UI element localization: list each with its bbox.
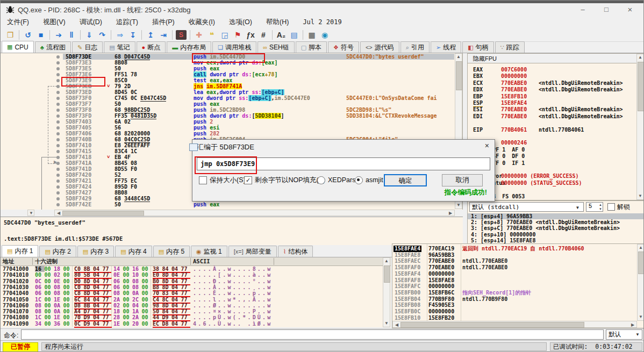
tab-threads[interactable]: ➢线程 (431, 41, 461, 53)
tab-seh[interactable]: ∞SEH链 (257, 41, 295, 53)
tab-symbols[interactable]: ❖符号 (328, 41, 359, 53)
disasm-row[interactable]: 5D8F73F750push eax (1, 101, 455, 107)
breakpoint-dot-icon[interactable] (56, 55, 60, 59)
modules-icon[interactable]: ▤ (288, 29, 300, 41)
tab-trace[interactable]: ∵跟踪 (495, 41, 525, 53)
stop-icon[interactable]: ■ (34, 29, 47, 41)
argument-row[interactable]: 5: [esp+14] 15E8FAE8 (468, 238, 644, 243)
disasm-row[interactable]: 5D8F740668 82020000push 282 (1, 131, 455, 137)
disasm-row[interactable]: 5D8F742E50push eax (1, 202, 455, 207)
menu-调试(D)[interactable]: 调试(D) (80, 18, 102, 27)
register-row[interactable] (468, 120, 636, 126)
argument-row[interactable]: 4: [esp+10] 00000000 (468, 232, 644, 238)
stack-hscrollbar[interactable]: ◀▶ (392, 321, 637, 328)
strings-icon[interactable]: A₂ (275, 29, 288, 41)
menu-视图(V)[interactable]: 视图(V) (43, 18, 66, 27)
pause-icon[interactable]: ‖ (65, 29, 78, 41)
menu-追踪(T)[interactable]: 追踪(T) (116, 18, 138, 27)
checkbox-checked-icon[interactable]: ✓ (244, 176, 252, 184)
dump-row[interactable]: 7704100016001800C08B04771400160038840477… (1, 266, 382, 272)
disasm-row[interactable]: 5D8F74036A 02push 2 (1, 119, 455, 125)
tab-cpu[interactable]: ▦CPU (2, 41, 34, 53)
register-row[interactable]: ESI770EABE0<ntdll.DbgUiRemoteBreakin> (468, 106, 636, 113)
tab-script[interactable]: ▢脚本 (296, 41, 327, 53)
stack-row[interactable]: 15E8FAF815E8FAE8 (392, 277, 637, 284)
tab-dump3[interactable]: ▤内存 3 (77, 246, 114, 257)
stack-row[interactable]: 15E8FAFC00000000 (392, 283, 637, 290)
menu-插件(P)[interactable]: 插件(P) (152, 18, 175, 27)
disasm-hscrollbar[interactable]: ◀▶ (54, 210, 455, 216)
disasm-row[interactable]: 5D8F73F0C745 0C E047C45Dmov dword ptr ss… (1, 95, 455, 101)
breakpoint-dot-icon[interactable] (56, 67, 60, 70)
command-mode-select[interactable]: 默认▼ (606, 329, 642, 340)
functions-icon[interactable]: ƒx (244, 29, 257, 41)
tab-locals[interactable]: [x=]局部变量 (228, 246, 277, 257)
step-into-icon[interactable]: ⇓ (83, 29, 96, 41)
arg-count-spinner[interactable]: 5▲▼ (586, 202, 603, 212)
register-row[interactable]: EBP15E8FB10 (468, 94, 636, 100)
register-row[interactable]: EDI770EABE0<ntdll.DbgUiRemoteBreakin> (468, 113, 636, 120)
disasm-row[interactable]: 5D8F73F868 98BDC25Dpush im.5DC2BD985DC2B… (1, 107, 455, 113)
disasm-row[interactable]: 5D8F740556push esi (1, 125, 455, 131)
memory-dump-panel[interactable]: 地址 十六进制 ASCII 7704100016001800C08B047714… (1, 257, 391, 327)
stack-row[interactable]: 15E8FB1015E8FB20 (392, 315, 637, 321)
tab-dump4[interactable]: ▤内存 4 (115, 246, 152, 257)
register-row[interactable]: EDX770EABE0<ntdll.DbgUiRemoteBreakin> (468, 87, 636, 93)
argument-row[interactable]: 2: [esp+8] 770EABE0 <ntdll.DbgUiRemoteBr… (468, 219, 644, 225)
step-over-icon[interactable]: ↷ (96, 29, 109, 41)
asmjit-radio[interactable]: asmjit (355, 175, 383, 185)
stack-row[interactable]: 15E8FB0C00000000 (392, 308, 637, 315)
register-row[interactable]: EBX00000000 (468, 73, 636, 80)
radio-icon[interactable] (317, 176, 325, 184)
dump-row[interactable]: 7704106008000A00D88B047702000400988D0477… (1, 303, 382, 308)
dump-row[interactable]: 7704107008000A00A4D7047718001A0050840477… (1, 308, 382, 314)
menu-收藏夹(I)[interactable]: 收藏夹(I) (189, 18, 215, 27)
menu-选项(O)[interactable]: 选项(O) (229, 18, 252, 27)
argument-row[interactable]: 1: [esp+4] 96A59BB3 (468, 213, 644, 219)
run-user-code-icon[interactable]: ↥ (144, 29, 157, 41)
stack-vscrollbar[interactable]: ▲▼ (637, 244, 644, 321)
tab-dump1[interactable]: ▤内存 1 (2, 245, 38, 257)
checkbox-icon[interactable] (199, 176, 207, 184)
scylla-icon[interactable]: S (176, 30, 187, 40)
command-input[interactable] (21, 329, 604, 340)
run-trace-icon[interactable]: ⇒ (113, 29, 126, 41)
disasm-row[interactable]: 5D8F73FDFF35 0481D35Dpush dword ptr ds:[… (1, 113, 455, 119)
tab-log[interactable]: ✎日志 (72, 41, 103, 53)
hash-icon[interactable]: # (257, 29, 270, 41)
stack-row[interactable]: 15E8FAF0770EABE0ntdll.770EABE0 (392, 264, 637, 271)
tab-breakpoints[interactable]: ●断点 (137, 41, 166, 53)
dump-row[interactable]: 77041090340036000CD904771E002000ECD80477… (1, 321, 382, 327)
tab-source[interactable]: <>源代码 (360, 41, 399, 53)
assemble-dialog[interactable]: 汇编于 5D8F73DE × jmp 0x5D8F73E9 保持大小(S) ✓剩… (192, 139, 495, 202)
minimize-button[interactable]: – (573, 3, 593, 16)
dump-row[interactable]: 7704104006000800C88D047708000A0070830477… (1, 290, 382, 296)
register-row[interactable]: EIP770B4061ntdll.770B4061 (468, 127, 636, 133)
help-icon[interactable]: ◉ (318, 29, 331, 41)
dump-vscrollbar[interactable]: ▲▼ (383, 257, 390, 327)
tab-graph[interactable]: ♣流程图 (35, 41, 71, 53)
tab-handles[interactable]: ◧句柄 (462, 41, 493, 53)
keep-size-checkbox[interactable]: 保持大小(S) (199, 175, 246, 185)
dump-row[interactable]: 770410200C000E00D08D047706000800B08D0477… (1, 278, 382, 284)
calling-convention-select[interactable]: 默认 (stdcall)▼ (469, 202, 584, 212)
dialog-close-icon[interactable]: × (485, 141, 489, 150)
titlebar[interactable]: QQ.exe - PID: 268C - 模块: im.dll - 线程: 25… (1, 3, 644, 16)
argument-row[interactable]: 3: [esp+C] 770EABE0 <ntdll.DbgUiRemoteBr… (468, 225, 644, 231)
ok-button[interactable]: 确定 (384, 174, 427, 186)
hide-fpu-button[interactable]: 隐藏FPU (468, 54, 636, 63)
stack-panel[interactable]: 15E8FAE4770EAC19返回到 ntdll.770EAC19 自 ntd… (392, 243, 644, 328)
maximize-button[interactable]: □ (596, 3, 617, 16)
patches-icon[interactable]: ✚ (192, 29, 205, 41)
tab-dump2[interactable]: ▤内存 2 (39, 246, 76, 257)
registers-vscrollbar[interactable]: ▲▼ (636, 54, 644, 200)
menu-文件(F)[interactable]: 文件(F) (7, 18, 29, 27)
labels-icon[interactable]: ◲ (218, 29, 231, 41)
disasm-row[interactable]: 5D8F73ED8D45 0Clea eax,dword ptr ss:[ebp… (1, 89, 455, 95)
register-row[interactable]: ESP15E8FAE4 (468, 100, 636, 106)
open-file-icon[interactable]: ❐ (4, 29, 17, 41)
tab-notes[interactable]: ▤笔记 (104, 41, 135, 53)
comments-icon[interactable]: ❝ (205, 29, 218, 41)
cancel-button[interactable]: 取消 (442, 174, 483, 186)
tab-call-stack[interactable]: ❏调用堆栈 (212, 41, 256, 53)
